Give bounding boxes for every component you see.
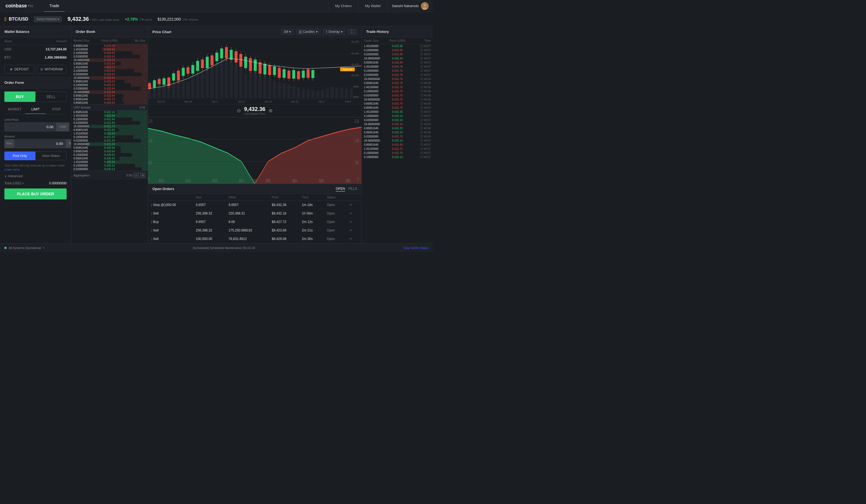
limit-price-input[interactable] — [4, 122, 56, 132]
place-order-button[interactable]: PLACE BUY ORDER — [4, 189, 67, 199]
sell-tab[interactable]: SELL — [35, 91, 67, 102]
ob-buy-row[interactable]: 1.451000009,431.54- — [71, 132, 148, 135]
volume-label: 24h volume — [182, 18, 198, 21]
gdax-status-link[interactable]: View GDAX Status — [403, 246, 429, 250]
oo-filled: 220,368.31 — [225, 209, 269, 218]
aggregation-increase-button[interactable]: + — [140, 172, 145, 178]
close-order-button[interactable]: ✕ — [348, 228, 353, 232]
status-chevron-icon[interactable]: ▾ — [43, 246, 44, 249]
tab-open[interactable]: OPEN — [336, 186, 345, 191]
fullscreen-button[interactable]: ⛶ — [348, 29, 357, 35]
gdax-link[interactable]: View GDAX Status — [403, 246, 429, 249]
minus-icon[interactable]: ⊖ — [237, 108, 241, 114]
ob-buy-row[interactable]: 0.858516459,432.14- — [71, 110, 148, 114]
list-item: 0.100000009,432.1017:40:57 — [362, 114, 433, 118]
nav-tab-trade[interactable]: Trade — [44, 0, 65, 12]
plus-icon[interactable]: ⊕ — [269, 108, 273, 114]
aggregation-decrease-button[interactable]: - — [133, 172, 139, 178]
ob-sell-row[interactable]: 0.858516459,433.24- — [71, 80, 148, 83]
ob-sell-row[interactable]: 1.451000009,434.44- — [71, 48, 148, 51]
market-price-indicator: ⊖ 9,432.36 Last Market Price ⊕ — [148, 104, 362, 117]
learn-more-link[interactable]: Learn more — [4, 168, 20, 171]
amount-input[interactable] — [14, 139, 66, 148]
close-order-button[interactable]: ✕ — [348, 203, 353, 207]
ob-buy-row[interactable]: 0.020000009,431.94- — [71, 121, 148, 125]
svg-rect-33 — [234, 65, 237, 98]
user-menu-button[interactable]: Satoshi Nakamoto — [387, 0, 433, 12]
ob-buy-row[interactable]: 1.451000009,430.34- — [71, 160, 148, 164]
sell-indicator: | — [151, 228, 152, 232]
last-price: 9,432.36 — [67, 16, 89, 22]
ob-buy-row[interactable]: 1.451000009,432.04- — [71, 114, 148, 117]
advanced-toggle[interactable]: ∨ Advanced — [4, 174, 67, 178]
ob-buy-row[interactable]: 0.020000009,430.14- — [71, 167, 148, 171]
ob-sell-row[interactable]: 0.858516459,432.84- — [71, 94, 148, 98]
wallet-asset-btc: BTC — [0, 53, 25, 61]
ob-sell-row[interactable]: 19.000000009,433.44- — [71, 76, 148, 80]
th-col-size: Trade Size — [364, 39, 386, 42]
candles-control[interactable]: ||| Candles ▾ — [296, 29, 320, 35]
ob-buy-row[interactable]: 19.000000009,431.74- — [71, 125, 148, 128]
ob-sell-row[interactable]: 0.858516459,432.64- — [71, 101, 148, 104]
system-status: All Systems Operational — [9, 246, 41, 249]
user-avatar — [421, 2, 429, 10]
close-order-button[interactable]: ✕ — [348, 237, 353, 241]
ob-buy-row[interactable]: 0.100000009,431.54- — [71, 135, 148, 139]
ob-sell-row[interactable]: 1.451000009,433.74- — [71, 66, 148, 69]
ob-buy-row[interactable]: 0.858516459,430.94- — [71, 146, 148, 149]
ob-sell-row[interactable]: 0.020000009,433.54- — [71, 72, 148, 76]
ob-sell-row[interactable]: 0.858516459,433.94- — [71, 62, 148, 66]
select-market-button[interactable]: Select Market ▾ — [34, 16, 62, 22]
deposit-button[interactable]: ⊕ DEPOSIT — [4, 65, 34, 74]
ob-sell-row[interactable]: 0.020000009,433.04- — [71, 87, 148, 90]
allow-maker-button[interactable]: Allow Maker — [35, 152, 67, 160]
wallet-actions: ⊕ DEPOSIT ⊙ WITHDRAW — [0, 61, 71, 77]
list-item: 0.858516459,431.8917:40:57 — [362, 60, 433, 65]
tab-fills[interactable]: FILLS — [348, 186, 357, 191]
ob-buy-row[interactable]: 0.100000009,430.24- — [71, 164, 148, 167]
svg-text:900: 900 — [355, 160, 359, 165]
list-item: 0.858516459,431.7617:40:56 — [362, 81, 433, 85]
price-chart-svg: $1,600 $1,400 $1,200 $1,000 $800 $600 — [148, 37, 362, 104]
ob-buy-row[interactable]: 0.858516459,430.44- — [71, 157, 148, 160]
ob-sell-row[interactable]: 19.000000009,434.04- — [71, 58, 148, 62]
order-type-limit[interactable]: LIMIT — [25, 105, 46, 114]
post-only-button[interactable]: Post Only — [4, 152, 35, 160]
change-label: 24h price — [140, 18, 152, 21]
timeframe-1m[interactable]: 1M ▾ — [281, 29, 294, 35]
chart-panel: Price Chart 1M ▾ ||| Candles ▾ ⌇ Overlay… — [148, 26, 362, 243]
ob-buy-row[interactable]: 19.000000009,431.04- — [71, 143, 148, 146]
my-orders-button[interactable]: My Orders — [328, 0, 358, 12]
my-wallet-button[interactable]: My Wallet — [358, 0, 387, 12]
list-item: 0.858516459,431.7617:40:55 — [362, 106, 433, 110]
oo-col-size: Size — [192, 194, 225, 201]
ob-sell-row[interactable]: 0.100000009,434.04- — [71, 51, 148, 55]
ob-sell-row[interactable]: 0.858516459,432.74- — [71, 98, 148, 101]
wallet-asset-usd: USD — [0, 45, 25, 54]
ob-sell-row[interactable]: 19.000000009,432.94- — [71, 90, 148, 94]
svg-marker-139 — [255, 127, 362, 183]
ob-buy-row[interactable]: 0.100000009,431.94- — [71, 117, 148, 121]
order-type-stop[interactable]: STOP — [46, 105, 67, 114]
ob-sell-row[interactable]: 0.100000009,433.64- — [71, 69, 148, 72]
order-type-market[interactable]: MARKET — [4, 105, 25, 114]
svg-rect-31 — [225, 57, 228, 99]
ob-buy-row[interactable]: 0.858516459,431.64- — [71, 128, 148, 132]
close-order-button[interactable]: ✕ — [348, 220, 353, 224]
ob-sell-row[interactable]: 0.858516459,434.54- — [71, 44, 148, 48]
ob-buy-row[interactable]: 0.100000009,430.54- — [71, 153, 148, 157]
oo-col-price: Price — [268, 194, 298, 201]
svg-rect-30 — [220, 60, 223, 98]
ob-buy-row[interactable]: 0.020000009,431.24- — [71, 139, 148, 143]
ob-buy-row[interactable]: 0.858516459,430.64- — [71, 149, 148, 153]
overlay-control[interactable]: ⌇ Overlay ▾ — [323, 29, 346, 35]
close-order-button[interactable]: ✕ — [348, 212, 353, 215]
price-change: +2.78% — [125, 17, 138, 21]
ob-sell-row[interactable]: 0.100000009,433.14- — [71, 83, 148, 87]
list-item: 0.020000009,431.7617:40:56 — [362, 93, 433, 98]
buy-tab[interactable]: BUY — [4, 91, 35, 102]
oo-close: ✕ — [345, 201, 362, 209]
withdraw-button[interactable]: ⊙ WITHDRAW — [37, 65, 67, 74]
logo-pro: Pro — [28, 4, 33, 8]
ob-sell-row[interactable]: 0.020000009,434.14- — [71, 55, 148, 58]
